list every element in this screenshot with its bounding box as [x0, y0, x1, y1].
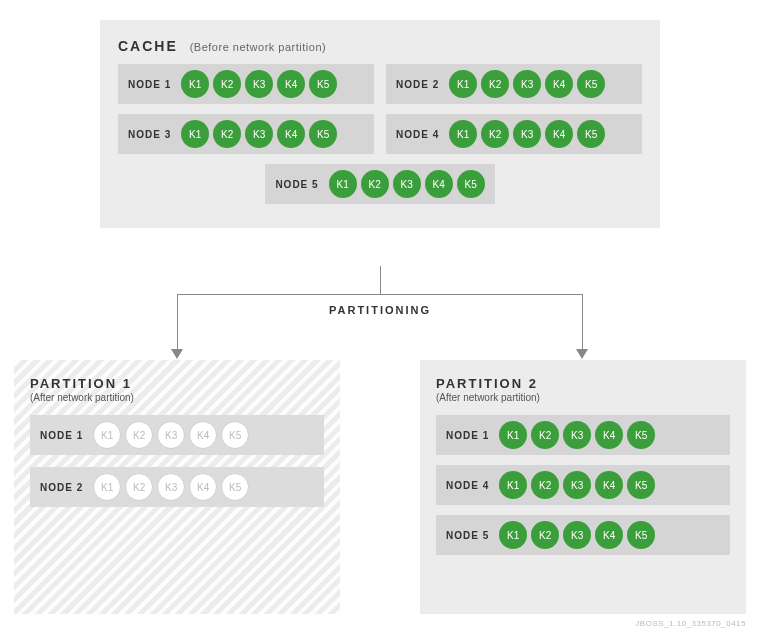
key-circle: K3 [393, 170, 421, 198]
key-circle-ghost: K5 [221, 473, 249, 501]
key-circle: K3 [563, 471, 591, 499]
cache-node-2: NODE 2 K1 K2 K3 K4 K5 [386, 64, 642, 104]
key-circle: K4 [277, 120, 305, 148]
key-circle: K2 [213, 70, 241, 98]
key-circle: K1 [329, 170, 357, 198]
connector-line [380, 266, 381, 294]
key-circle: K2 [481, 70, 509, 98]
key-circle: K3 [245, 70, 273, 98]
key-circle-ghost: K3 [157, 473, 185, 501]
cache-title: CACHE (Before network partition) [118, 38, 642, 54]
key-circle: K4 [595, 471, 623, 499]
cache-node-1: NODE 1 K1 K2 K3 K4 K5 [118, 64, 374, 104]
key-circle: K5 [627, 521, 655, 549]
key-circle: K2 [531, 521, 559, 549]
key-circle: K5 [627, 471, 655, 499]
key-circle: K2 [213, 120, 241, 148]
partition-2-node-5: NODE 5 K1 K2 K3 K4 K5 [436, 515, 730, 555]
key-circle: K1 [181, 70, 209, 98]
key-circle: K5 [627, 421, 655, 449]
key-circle: K4 [545, 70, 573, 98]
key-circle: K1 [449, 120, 477, 148]
branch-line [177, 294, 583, 295]
key-circle: K1 [181, 120, 209, 148]
key-circle: K3 [563, 421, 591, 449]
key-circle: K1 [499, 471, 527, 499]
key-circle: K5 [577, 120, 605, 148]
key-circle: K3 [245, 120, 273, 148]
node-label: NODE 5 [446, 530, 489, 541]
cache-panel: CACHE (Before network partition) NODE 1 … [100, 20, 660, 228]
cache-row-3: NODE 5 K1 K2 K3 K4 K5 [118, 164, 642, 204]
key-circle-ghost: K3 [157, 421, 185, 449]
partition-1-title: PARTITION 1 [30, 376, 324, 391]
node-label: NODE 3 [128, 129, 171, 140]
key-circle: K4 [595, 421, 623, 449]
node-label: NODE 4 [396, 129, 439, 140]
key-circle-ghost: K1 [93, 421, 121, 449]
cache-row-1: NODE 1 K1 K2 K3 K4 K5 NODE 2 K1 K2 K3 K4… [118, 64, 642, 104]
node-label: NODE 1 [446, 430, 489, 441]
key-circle: K3 [513, 120, 541, 148]
partition-1-panel: PARTITION 1 (After network partition) NO… [14, 360, 340, 614]
partitioning-label: PARTITIONING [319, 302, 441, 318]
key-circle: K4 [545, 120, 573, 148]
partition-2-title: PARTITION 2 [436, 376, 730, 391]
cache-row-2: NODE 3 K1 K2 K3 K4 K5 NODE 4 K1 K2 K3 K4… [118, 114, 642, 154]
key-circle: K3 [513, 70, 541, 98]
key-circle: K5 [577, 70, 605, 98]
key-circle: K3 [563, 521, 591, 549]
key-circle: K4 [595, 521, 623, 549]
node-label: NODE 4 [446, 480, 489, 491]
arrow-down-icon [171, 349, 183, 359]
node-label: NODE 1 [128, 79, 171, 90]
partition-2-panel: PARTITION 2 (After network partition) NO… [420, 360, 746, 614]
key-circle: K1 [499, 521, 527, 549]
key-circle-ghost: K1 [93, 473, 121, 501]
key-circle: K2 [361, 170, 389, 198]
key-circle-ghost: K2 [125, 421, 153, 449]
partition-2-node-1: NODE 1 K1 K2 K3 K4 K5 [436, 415, 730, 455]
key-circle: K4 [425, 170, 453, 198]
partition-1-subtitle: (After network partition) [30, 392, 324, 403]
cache-subtitle: (Before network partition) [190, 41, 327, 53]
branch-right-line [582, 294, 583, 350]
key-circle: K2 [481, 120, 509, 148]
cache-title-text: CACHE [118, 38, 178, 54]
partition-2-subtitle: (After network partition) [436, 392, 730, 403]
key-circle: K5 [457, 170, 485, 198]
key-circle: K1 [499, 421, 527, 449]
key-circle: K2 [531, 471, 559, 499]
node-label: NODE 1 [40, 430, 83, 441]
key-circle: K4 [277, 70, 305, 98]
key-circle: K5 [309, 70, 337, 98]
cache-node-4: NODE 4 K1 K2 K3 K4 K5 [386, 114, 642, 154]
arrow-down-icon [576, 349, 588, 359]
cache-node-5: NODE 5 K1 K2 K3 K4 K5 [265, 164, 494, 204]
key-circle: K1 [449, 70, 477, 98]
partition-1-node-2: NODE 2 K1 K2 K3 K4 K5 [30, 467, 324, 507]
partition-2-node-4: NODE 4 K1 K2 K3 K4 K5 [436, 465, 730, 505]
key-circle-ghost: K2 [125, 473, 153, 501]
key-circle: K2 [531, 421, 559, 449]
cache-node-3: NODE 3 K1 K2 K3 K4 K5 [118, 114, 374, 154]
node-label: NODE 5 [275, 179, 318, 190]
key-circle-ghost: K4 [189, 473, 217, 501]
node-label: NODE 2 [40, 482, 83, 493]
node-label: NODE 2 [396, 79, 439, 90]
key-circle-ghost: K5 [221, 421, 249, 449]
partition-1-node-1: NODE 1 K1 K2 K3 K4 K5 [30, 415, 324, 455]
branch-left-line [177, 294, 178, 350]
key-circle: K5 [309, 120, 337, 148]
footer-id: JBOSS_1.10_335370_0415 [635, 619, 746, 628]
key-circle-ghost: K4 [189, 421, 217, 449]
